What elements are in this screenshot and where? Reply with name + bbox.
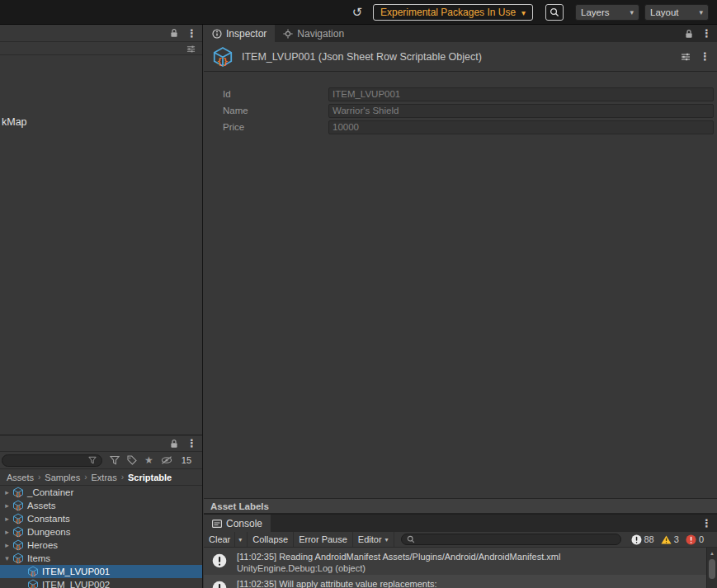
search-by-type-icon[interactable] <box>110 455 120 465</box>
console-entry-1[interactable]: [11:02:35] Will apply attribute value re… <box>204 575 717 588</box>
presets-icon[interactable] <box>681 52 691 62</box>
tree-item-label: Dungeons <box>27 527 70 537</box>
error-filter-button[interactable]: 0 <box>682 534 707 545</box>
tab-navigation[interactable]: Navigation <box>275 25 352 42</box>
layout-dropdown[interactable]: Layout ▾ <box>644 4 709 21</box>
console-entry-0[interactable]: [11:02:35] Reading AndroidManifest Asset… <box>204 548 717 575</box>
scrollbar-thumb[interactable] <box>709 559 715 579</box>
console-toolbar: Clear ▾ Collapse Error Pause Editor ▾ <box>204 532 717 548</box>
console-search-input[interactable] <box>418 534 616 544</box>
clear-button[interactable]: Clear ▾ <box>204 532 248 547</box>
scriptable-object-icon <box>12 500 24 511</box>
kebab-menu-icon[interactable]: ⋮ <box>700 51 710 62</box>
inspector-tabstrip: Inspector Navigation ⋮ <box>204 25 717 42</box>
console-entry-message: [11:02:35] Reading AndroidManifest Asset… <box>237 551 705 562</box>
editor-dropdown[interactable]: Editor ▾ <box>353 532 394 547</box>
error-pause-label: Error Pause <box>299 534 347 544</box>
tree-item-items[interactable]: ▾ Items <box>0 552 202 565</box>
tree-item-container[interactable]: ▸ _Container <box>0 486 202 499</box>
tree-item-assets[interactable]: ▸ Assets <box>0 499 202 512</box>
layers-label: Layers <box>581 7 610 17</box>
tree-item-label: Constants <box>27 514 70 524</box>
scroll-up-icon[interactable]: ▲ <box>707 548 717 558</box>
tab-inspector[interactable]: Inspector <box>204 25 275 42</box>
project-panel: ⋮ ★ 15 Assets › Samples › <box>0 435 202 588</box>
history-icon: ↺ <box>352 5 363 20</box>
chevron-down-icon[interactable]: ▾ <box>234 532 242 547</box>
foldout-icon[interactable]: ▸ <box>2 528 12 536</box>
collapse-button[interactable]: Collapse <box>248 532 294 547</box>
layers-dropdown[interactable]: Layers ▾ <box>575 4 639 21</box>
layout-label: Layout <box>650 7 679 17</box>
inspector-icon <box>212 29 222 39</box>
foldout-icon[interactable]: ▸ <box>2 501 12 510</box>
hidden-objects-count: 15 <box>182 455 191 465</box>
kebab-menu-icon[interactable]: ⋮ <box>701 518 712 529</box>
chevron-down-icon: ▾ <box>385 536 389 543</box>
search-by-label-icon[interactable] <box>127 455 137 465</box>
tree-item-dungeons[interactable]: ▸ Dungeons <box>0 525 202 539</box>
warning-icon <box>661 535 672 544</box>
scene-object-label: kMap <box>2 116 27 128</box>
breadcrumb-item-samples[interactable]: Samples <box>45 473 80 482</box>
scene-panel-toolbar <box>0 42 202 55</box>
log-message-icon <box>212 553 227 568</box>
project-search-input[interactable] <box>2 454 102 467</box>
field-input-id <box>328 87 714 101</box>
log-filter-button[interactable]: 88 <box>628 534 658 545</box>
tab-label: Navigation <box>297 28 344 40</box>
lock-icon[interactable] <box>685 29 693 39</box>
breadcrumb-separator-icon: › <box>84 473 87 482</box>
version-history-button[interactable]: ↺ <box>347 4 367 21</box>
kebab-menu-icon[interactable]: ⋮ <box>701 28 712 39</box>
console-tabstrip: Console ⋮ <box>204 514 717 532</box>
scriptable-object-icon <box>12 487 24 498</box>
top-toolbar: ↺ Experimental Packages In Use ▾ Layers … <box>0 0 717 25</box>
foldout-icon[interactable]: ▸ <box>2 541 12 549</box>
error-pause-button[interactable]: Error Pause <box>294 532 353 547</box>
asset-labels-section[interactable]: Asset Labels <box>204 498 717 514</box>
tree-item-constants[interactable]: ▸ Constants <box>0 512 202 525</box>
scriptable-object-icon <box>27 579 39 588</box>
lock-icon[interactable] <box>170 439 178 449</box>
tree-item-lvup001[interactable]: ITEM_LVUP001 <box>0 565 202 578</box>
unity-editor-window: ↺ Experimental Packages In Use ▾ Layers … <box>0 0 717 588</box>
foldout-icon[interactable]: ▸ <box>2 488 12 496</box>
navigation-icon <box>283 29 293 39</box>
kebab-menu-icon[interactable]: ⋮ <box>186 438 197 449</box>
scene-panel-body: kMap <box>0 55 202 435</box>
panel-options-icon[interactable] <box>186 45 196 54</box>
hidden-objects-eye-icon[interactable] <box>161 456 172 464</box>
field-row-price: Price <box>204 119 717 135</box>
scriptable-object-icon <box>12 526 24 538</box>
tab-console[interactable]: Console <box>204 515 271 532</box>
search-filter-icon[interactable] <box>88 456 97 464</box>
editor-label: Editor <box>358 534 382 544</box>
tree-item-label: Assets <box>27 501 56 510</box>
scriptable-object-icon <box>12 539 24 551</box>
console-entry-stacktrace: UnityEngine.Debug:Log (object) <box>237 562 705 574</box>
tree-item-lvup002[interactable]: ITEM_LVUP002 <box>0 578 202 588</box>
console-search-field[interactable] <box>401 534 621 545</box>
chevron-down-icon: ▾ <box>630 8 634 16</box>
tree-item-heroes[interactable]: ▸ Heroes <box>0 539 202 552</box>
warning-filter-button[interactable]: 3 <box>658 534 682 544</box>
breadcrumb-item-extras[interactable]: Extras <box>92 473 117 482</box>
global-search-button[interactable] <box>545 4 564 21</box>
favorites-icon[interactable]: ★ <box>144 455 153 465</box>
project-toolbar: ★ 15 <box>0 452 202 469</box>
breadcrumb-item-assets[interactable]: Assets <box>7 473 34 482</box>
console-icon <box>212 519 222 529</box>
chevron-down-icon: ▾ <box>699 8 703 16</box>
breadcrumb-item-scriptable[interactable]: Scriptable <box>128 473 172 482</box>
kebab-menu-icon[interactable]: ⋮ <box>186 28 197 39</box>
log-message-icon <box>212 581 227 588</box>
foldout-icon[interactable]: ▾ <box>2 554 12 562</box>
experimental-packages-dropdown[interactable]: Experimental Packages In Use ▾ <box>373 4 533 21</box>
foldout-icon[interactable]: ▸ <box>2 515 12 523</box>
console-panel: Console ⋮ Clear ▾ Collapse Error Pause <box>204 514 717 588</box>
console-scrollbar[interactable]: ▲ <box>706 548 717 588</box>
lock-icon[interactable] <box>170 28 178 38</box>
field-row-id: Id <box>204 86 717 102</box>
console-entry-message: [11:02:35] Will apply attribute value re… <box>237 578 705 588</box>
